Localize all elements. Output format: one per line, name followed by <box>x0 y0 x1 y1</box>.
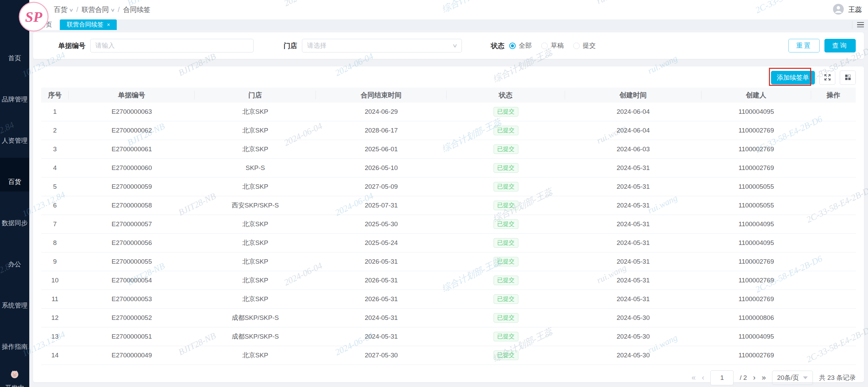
home-icon <box>10 39 20 51</box>
breadcrumb-item[interactable]: 百货∨ <box>54 5 73 14</box>
sidebar-item-系统管理[interactable]: 系统管理 <box>0 281 29 315</box>
column-header-创建时间: 创建时间 <box>565 91 702 99</box>
cell-created_at: 2024-05-31 <box>565 164 702 172</box>
radio-icon <box>573 43 580 49</box>
close-icon[interactable]: × <box>107 19 110 30</box>
cell-creator: 1100002769 <box>702 145 811 153</box>
filter-buttons: 重置 查询 <box>788 39 856 52</box>
cell-created_at: 2024-05-31 <box>565 220 702 228</box>
user-area[interactable]: 王蕊 <box>832 0 862 19</box>
cell-status: 已提交 <box>447 107 565 117</box>
table-row: 3E2700000061北京SKP2025-06-01已提交2024-06-03… <box>41 140 856 159</box>
table-row: 1E2700000063北京SKP2024-06-29已提交2024-06-04… <box>41 103 856 121</box>
edit-button[interactable] <box>829 350 838 361</box>
cell-end_date: 2027-05-09 <box>316 183 447 190</box>
page-size-select[interactable]: 20条/页 <box>772 371 813 385</box>
cell-end_date: 2027-05-30 <box>316 352 447 359</box>
sidebar-item-操作指南[interactable]: 操作指南 <box>0 323 29 356</box>
cell-doc_no: E2700000057 <box>69 220 195 228</box>
edit-button[interactable] <box>829 238 838 248</box>
edit-button[interactable] <box>829 182 838 192</box>
cell-doc_no: E2700000056 <box>69 239 195 247</box>
edit-button[interactable] <box>829 275 838 286</box>
edit-button[interactable] <box>829 294 838 305</box>
column-settings-button[interactable] <box>840 71 856 85</box>
table: 序号单据编号门店合同结束时间状态创建时间创建人操作 1E2700000063北京… <box>33 88 864 365</box>
top-header: 百货∨/联营合同∨/合同续签 王蕊 <box>29 0 868 19</box>
cell-store: 北京SKP <box>195 351 316 360</box>
cell-store: 北京SKP <box>195 295 316 304</box>
radio-icon <box>541 43 548 49</box>
cell-doc_no: E2700000054 <box>69 277 195 284</box>
status-radio-全部[interactable]: 全部 <box>509 41 532 50</box>
edit-icon <box>829 111 837 117</box>
breadcrumb-item[interactable]: 联营合同∨ <box>82 5 114 14</box>
chevron-down-icon: ∨ <box>110 7 115 13</box>
table-row: 10E2700000054北京SKP2026-05-31已提交2024-05-3… <box>41 271 856 290</box>
sidebar-item-百货[interactable]: 百货 <box>0 158 29 191</box>
sidebar-item-首页[interactable]: 首页 <box>0 34 29 68</box>
first-page-button[interactable]: « <box>692 373 696 382</box>
cell-created_at: 2024-06-03 <box>565 145 702 153</box>
next-page-button[interactable]: › <box>753 373 755 382</box>
store-select[interactable]: 请选择 ∨ <box>302 39 462 52</box>
edit-button[interactable] <box>829 313 838 323</box>
last-page-button[interactable]: » <box>762 373 766 382</box>
fullscreen-button[interactable] <box>819 71 835 85</box>
pig-icon <box>10 369 20 381</box>
app-logo[interactable]: SP <box>18 1 49 32</box>
cell-store: 北京SKP <box>195 276 316 285</box>
reset-button[interactable]: 重置 <box>788 39 820 52</box>
edit-icon <box>829 149 837 154</box>
column-header-门店: 门店 <box>195 91 316 99</box>
page-number-input[interactable] <box>710 370 734 385</box>
status-radio-提交[interactable]: 提交 <box>573 41 596 50</box>
cell-actions <box>811 144 856 155</box>
column-header-状态: 状态 <box>447 91 565 99</box>
cell-store: 成都SKP/SKP-S <box>195 332 316 341</box>
edit-button[interactable] <box>829 200 838 211</box>
breadcrumb-separator: / <box>76 6 78 14</box>
search-button[interactable]: 查询 <box>824 39 856 52</box>
add-renewal-button[interactable]: 添加续签单 <box>771 71 815 84</box>
edit-button[interactable] <box>829 144 838 155</box>
grid-icon <box>10 245 20 257</box>
cell-no: 11 <box>41 295 69 303</box>
cell-status: 已提交 <box>447 313 565 323</box>
edit-icon <box>829 205 837 210</box>
edit-button[interactable] <box>829 163 838 173</box>
radio-icon <box>509 43 516 49</box>
edit-button[interactable] <box>829 125 838 136</box>
doc-no-input[interactable] <box>90 39 254 52</box>
cell-actions <box>811 257 856 267</box>
column-settings-icon <box>844 73 852 82</box>
cell-end_date: 2026-05-31 <box>316 295 447 303</box>
sidebar-item-数据同步[interactable]: 数据同步 <box>0 199 29 233</box>
sidebar-item-人资管理[interactable]: 人资管理 <box>0 117 29 150</box>
status-badge: 已提交 <box>494 276 518 285</box>
cell-status: 已提交 <box>447 163 565 173</box>
edit-button[interactable] <box>829 107 838 117</box>
status-radio-草稿[interactable]: 草稿 <box>541 41 564 50</box>
edit-button[interactable] <box>829 219 838 230</box>
sidebar-item-label: 百货 <box>8 177 21 186</box>
edit-button[interactable] <box>829 331 838 342</box>
sidebar-item-label: 人资管理 <box>2 136 28 145</box>
tab-联营合同续签[interactable]: 联营合同续签× <box>60 19 117 30</box>
cell-actions <box>811 275 856 286</box>
edit-button[interactable] <box>829 257 838 267</box>
cell-creator: 1100000806 <box>702 314 811 322</box>
sidebar-item-开发中[interactable]: 开发中 <box>0 364 29 387</box>
cell-doc_no: E2700000052 <box>69 314 195 322</box>
cell-creator: 1100005055 <box>702 202 811 209</box>
sidebar-item-品牌管理[interactable]: 品牌管理 <box>0 75 29 109</box>
sidebar-item-label: 开发中 <box>5 384 25 387</box>
tab-list-menu-icon[interactable] <box>856 21 865 29</box>
column-header-合同结束时间: 合同结束时间 <box>316 91 447 99</box>
sidebar-item-办公[interactable]: 办公 <box>0 240 29 274</box>
cell-actions <box>811 238 856 248</box>
prev-page-button[interactable]: ‹ <box>702 373 704 382</box>
breadcrumb-item[interactable]: 合同续签 <box>123 5 150 14</box>
cell-store: 北京SKP <box>195 107 316 116</box>
cell-end_date: 2025-05-30 <box>316 220 447 228</box>
